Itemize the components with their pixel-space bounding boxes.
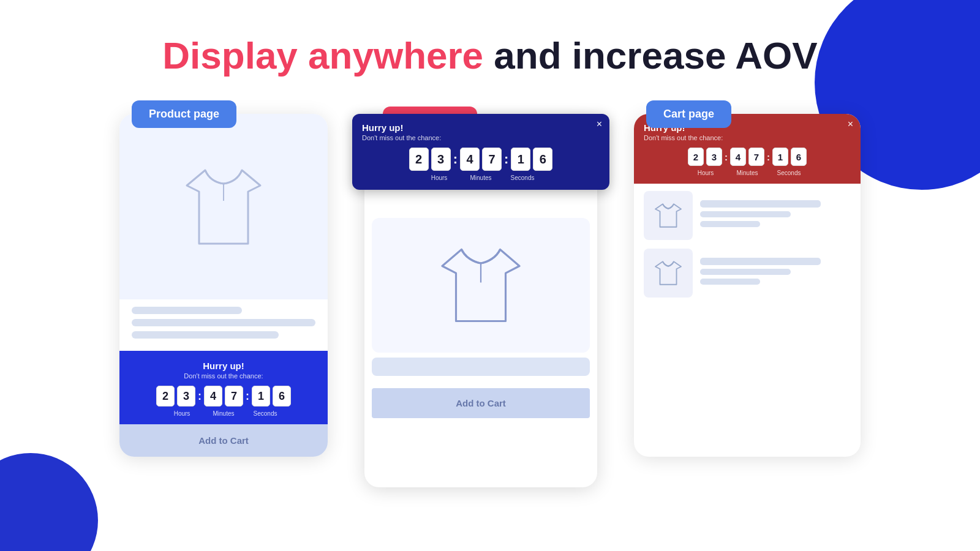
product-page-card-wrapper: Product page — [119, 114, 328, 457]
cart-item-2-info — [700, 258, 851, 288]
cart-m2: 7 — [748, 148, 764, 166]
cart-s1: 1 — [772, 148, 788, 166]
cart-item-1-line-1 — [700, 200, 821, 208]
cart-item-1-image — [644, 191, 693, 240]
product-banner-subtitle: Don't miss out the chance: — [127, 372, 320, 380]
top-bottom-shirt-area — [372, 218, 590, 353]
product-info-area — [119, 299, 328, 351]
cart-banner-subtitle: Don't miss out the chance: — [644, 134, 851, 141]
top-s1: 1 — [511, 148, 530, 171]
product-page-card: Hurry up! Don't miss out the chance: 2 3… — [119, 114, 328, 457]
page-container: Display anywhere and increase AOV Produc… — [0, 0, 980, 551]
cart-shirt-2 — [650, 255, 687, 291]
top-modal-timer-row: 2 3 : 4 7 : 1 6 — [362, 148, 600, 171]
shirt-illustration-1 — [168, 152, 279, 262]
cart-page-tab: Cart page — [646, 100, 731, 128]
top-bottom-add-to-cart-button[interactable]: Add to Cart — [372, 388, 590, 418]
cart-page-card: Hurry up! Don't miss out the chance: 2 3… — [634, 114, 861, 457]
cards-container: Product page — [119, 114, 861, 487]
top-bottom-info-area — [364, 358, 597, 376]
cart-item-2-image — [644, 249, 693, 298]
product-m2: 7 — [225, 386, 243, 407]
product-add-to-cart-button[interactable]: Add to Cart — [119, 424, 328, 457]
top-colon-1: : — [453, 151, 458, 167]
cart-item-1-line-2 — [700, 211, 791, 217]
cart-colon-2: : — [767, 152, 770, 162]
product-banner-title: Hurry up! — [127, 361, 320, 371]
cart-timer-row: 2 3 : 4 7 : 1 6 — [644, 148, 851, 166]
cart-h2: 3 — [706, 148, 722, 166]
cart-page-card-wrapper: Cart page Hurry up! Don't miss out the c… — [634, 114, 861, 457]
product-timer-labels: Hours Minutes Seconds — [127, 410, 320, 417]
cart-banner-close-button[interactable]: × — [848, 119, 853, 130]
top-s2: 6 — [533, 148, 552, 171]
product-line-2 — [132, 319, 315, 326]
title-normal: and increase AOV — [483, 34, 818, 77]
cart-m1: 4 — [730, 148, 746, 166]
cart-colon-1: : — [725, 152, 728, 162]
cart-item-1-info — [700, 200, 851, 231]
title-highlight: Display anywhere — [162, 34, 483, 77]
top-colon-2: : — [504, 151, 508, 167]
cart-shirt-1 — [650, 197, 687, 234]
product-s2: 6 — [273, 386, 291, 407]
product-line-3 — [132, 331, 279, 339]
top-modal-close-button[interactable]: × — [597, 119, 602, 130]
cart-items-area — [634, 184, 861, 457]
top-modal-labels: Hours Minutes Seconds — [362, 174, 600, 181]
cart-h1: 2 — [688, 148, 704, 166]
cart-timer-labels: Hours Minutes Seconds — [644, 170, 851, 176]
product-m1: 4 — [204, 386, 222, 407]
cart-item-2 — [644, 249, 851, 298]
product-shirt-area — [119, 114, 328, 299]
cart-item-1-line-3 — [700, 221, 760, 227]
shirt-illustration-2 — [426, 230, 536, 340]
top-m1: 4 — [460, 148, 480, 171]
top-modal: Hurry up! Don't miss out the chance: 2 3… — [352, 114, 609, 190]
cart-item-2-line-2 — [700, 269, 791, 275]
product-countdown-banner: Hurry up! Don't miss out the chance: 2 3… — [119, 351, 328, 424]
top-modal-title: Hurry up! — [362, 122, 600, 133]
product-h1: 2 — [156, 386, 175, 407]
top-h2: 3 — [431, 148, 451, 171]
product-page-tab: Product page — [132, 100, 236, 128]
top-bottom-card: Hurry up! Don't miss out the chance: 2 3… — [364, 120, 597, 487]
top-bottom-line-1 — [372, 358, 590, 376]
product-line-1 — [132, 307, 242, 314]
top-modal-subtitle: Don't miss out the chance: — [362, 134, 600, 141]
cart-item-1 — [644, 191, 851, 240]
top-bottom-card-wrapper: Top/bottom Hurry up! Don't miss out the … — [364, 120, 597, 487]
top-h1: 2 — [409, 148, 429, 171]
cart-item-2-line-1 — [700, 258, 821, 265]
cart-s2: 6 — [791, 148, 807, 166]
top-m2: 7 — [482, 148, 502, 171]
product-timer-row: 2 3 : 4 7 : 1 6 — [127, 386, 320, 407]
product-colon-2: : — [246, 390, 249, 403]
cart-item-2-line-3 — [700, 279, 760, 285]
product-s1: 1 — [252, 386, 270, 407]
page-title: Display anywhere and increase AOV — [162, 34, 817, 77]
product-h2: 3 — [177, 386, 195, 407]
product-colon-1: : — [198, 390, 202, 403]
page-header: Display anywhere and increase AOV — [162, 34, 817, 77]
